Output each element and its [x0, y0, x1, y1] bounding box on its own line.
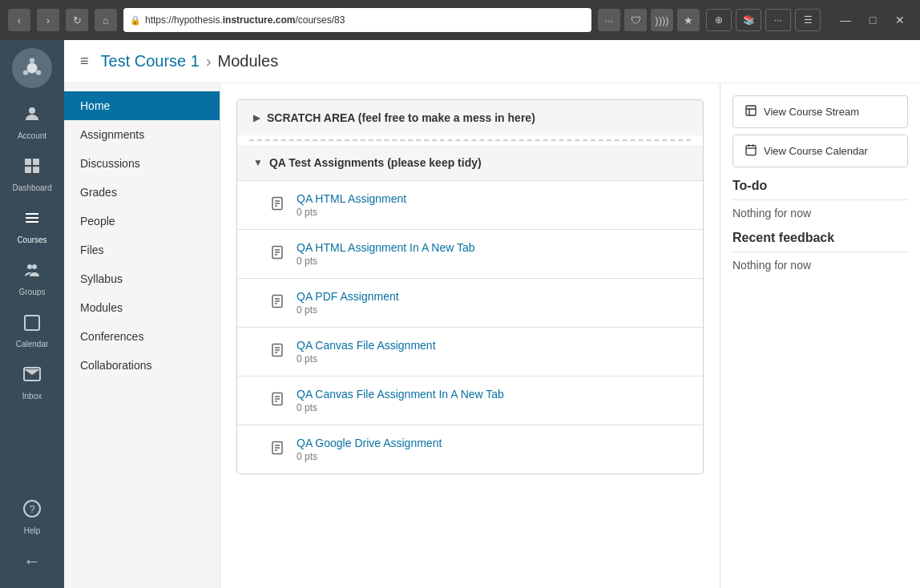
assignment-link-5[interactable]: QA Google Drive Assignment	[297, 437, 442, 449]
assignment-link-2[interactable]: QA PDF Assignment	[297, 290, 399, 303]
feedback-empty-text: Nothing for now	[732, 259, 908, 272]
assignment-info-0: QA HTML Assignment 0 pts	[297, 192, 687, 218]
collapse-icon: ←	[23, 551, 41, 572]
assignment-icon-3	[269, 343, 285, 360]
todo-empty-text: Nothing for now	[732, 207, 908, 219]
assignment-item-qa-canvas-file-new-tab: QA Canvas File Assignment In A New Tab 0…	[237, 376, 703, 425]
sidebar-item-help[interactable]: ? Help	[0, 491, 64, 543]
refresh-button[interactable]: ↻	[66, 9, 88, 31]
course-nav-conferences[interactable]: Conferences	[64, 322, 220, 351]
course-nav-modules[interactable]: Modules	[64, 293, 220, 322]
browser-actions: ··· 🛡 )))) ★	[598, 9, 700, 31]
nav-bottom: ? Help ←	[0, 491, 64, 588]
window-controls: — □ ✕	[833, 9, 912, 31]
app-container: Account Dashboard Courses Groups Calenda	[0, 40, 920, 588]
sidebar-button[interactable]: 📚	[736, 9, 761, 31]
courses-label: Courses	[17, 236, 46, 244]
todo-divider	[732, 199, 908, 200]
hamburger-button[interactable]: ☰	[795, 9, 821, 31]
svg-rect-12	[25, 316, 39, 330]
assignment-info-3: QA Canvas File Assignment 0 pts	[297, 339, 687, 364]
courses-icon	[22, 208, 42, 232]
right-sidebar: View Course Stream View Course Calendar …	[720, 83, 920, 588]
global-nav: Account Dashboard Courses Groups Calenda	[0, 40, 64, 588]
assignment-info-4: QA Canvas File Assignment In A New Tab 0…	[297, 388, 687, 413]
minimize-button[interactable]: —	[833, 9, 857, 31]
course-nav-syllabus[interactable]: Syllabus	[64, 264, 220, 293]
lock-icon: 🔒	[130, 15, 141, 26]
breadcrumb-separator: ›	[206, 52, 212, 70]
help-label: Help	[24, 526, 41, 535]
maximize-button[interactable]: □	[861, 9, 885, 31]
account-label: Account	[18, 131, 46, 140]
extensions-button[interactable]: ···	[765, 9, 791, 31]
sidebar-item-account[interactable]: Account	[0, 96, 64, 148]
sidebar-item-calendar[interactable]: Calendar	[0, 304, 64, 356]
view-course-stream-label: View Course Stream	[764, 106, 859, 118]
assignment-pts-3: 0 pts	[297, 353, 687, 364]
home-button[interactable]: ⌂	[95, 9, 117, 31]
address-bar[interactable]: 🔒 https://hypothesis.instructure.com/cou…	[123, 8, 591, 32]
assignment-pts-5: 0 pts	[297, 451, 687, 462]
module-scratch-header[interactable]: ▶ SCRATCH AREA (feel free to make a mess…	[237, 100, 703, 135]
module-qa-header[interactable]: ▼ QA Test Assignments (please keep tidy)	[237, 145, 703, 180]
view-course-stream-button[interactable]: View Course Stream	[732, 95, 908, 128]
more-options-button[interactable]: ···	[598, 9, 620, 31]
svg-rect-39	[746, 106, 756, 115]
course-nav-collaborations[interactable]: Collaborations	[64, 351, 220, 380]
assignment-icon-2	[269, 294, 285, 312]
assignment-link-0[interactable]: QA HTML Assignment	[297, 192, 406, 205]
svg-point-3	[36, 70, 41, 75]
sidebar-item-dashboard[interactable]: Dashboard	[0, 148, 64, 200]
svg-rect-40	[746, 146, 756, 155]
account-icon	[22, 104, 42, 128]
content-area: Home Assignments Discussions Grades Peop…	[64, 83, 920, 588]
bookmark-button[interactable]: ★	[677, 9, 700, 31]
svg-rect-6	[25, 159, 31, 165]
menu-toggle-icon[interactable]: ≡	[80, 53, 89, 70]
assignment-pts-1: 0 pts	[297, 256, 687, 267]
course-nav-assignments[interactable]: Assignments	[64, 120, 220, 149]
assignment-link-4[interactable]: QA Canvas File Assignment In A New Tab	[297, 388, 504, 401]
rss-button[interactable]: ))))	[651, 9, 673, 31]
todo-section-title: To-do	[732, 179, 908, 193]
browser-chrome: ‹ › ↻ ⌂ 🔒 https://hypothesis.instructure…	[0, 0, 920, 40]
module-scratch-title: SCRATCH AREA (feel free to make a mess i…	[267, 111, 535, 124]
assignment-item-qa-html: QA HTML Assignment 0 pts	[237, 180, 703, 229]
assignment-link-1[interactable]: QA HTML Assignment In A New Tab	[297, 241, 475, 254]
close-button[interactable]: ✕	[888, 9, 912, 31]
help-icon: ?	[22, 499, 42, 523]
assignment-link-3[interactable]: QA Canvas File Assignment	[297, 339, 436, 352]
svg-text:?: ?	[29, 503, 34, 515]
inbox-icon	[22, 364, 42, 389]
course-nav-people[interactable]: People	[64, 207, 220, 236]
course-nav-files[interactable]: Files	[64, 236, 220, 264]
dashboard-icon	[22, 156, 42, 180]
dashboard-label: Dashboard	[13, 183, 52, 192]
course-nav-grades[interactable]: Grades	[64, 178, 220, 207]
app-logo[interactable]	[12, 48, 52, 88]
sidebar-item-inbox[interactable]: Inbox	[0, 356, 64, 409]
feedback-divider	[732, 252, 908, 252]
back-button[interactable]: ‹	[8, 9, 30, 31]
shield-icon-btn[interactable]: 🛡	[624, 9, 647, 31]
assignment-icon-1	[269, 245, 285, 263]
sidebar-item-groups[interactable]: Groups	[0, 252, 64, 304]
course-nav: Home Assignments Discussions Grades Peop…	[64, 83, 220, 588]
inbox-label: Inbox	[22, 392, 42, 401]
forward-button[interactable]: ›	[37, 9, 59, 31]
sidebar-item-courses[interactable]: Courses	[0, 200, 64, 252]
view-course-calendar-button[interactable]: View Course Calendar	[732, 135, 908, 167]
assignment-icon-4	[269, 392, 285, 409]
assignment-item-qa-canvas-file: QA Canvas File Assignment 0 pts	[237, 327, 703, 376]
new-tab-button[interactable]: ⊕	[706, 9, 732, 31]
module-scratch-toggle: ▶	[253, 112, 260, 123]
course-nav-home[interactable]: Home	[64, 91, 220, 120]
assignment-icon-0	[269, 196, 285, 214]
collapse-nav-button[interactable]: ←	[0, 543, 64, 580]
svg-point-11	[32, 264, 37, 269]
course-nav-discussions[interactable]: Discussions	[64, 149, 220, 178]
breadcrumb-parent-link[interactable]: Test Course 1	[101, 52, 200, 70]
svg-point-2	[30, 58, 34, 62]
assignment-item-qa-google-drive: QA Google Drive Assignment 0 pts	[237, 425, 703, 473]
